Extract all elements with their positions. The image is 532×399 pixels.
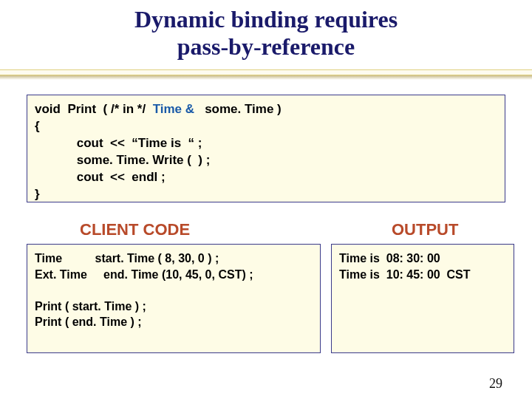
underline-shadow (0, 75, 532, 80)
client-l1: Time start. Time ( 8, 30, 0 ) ; (35, 252, 219, 265)
client-l4: Print ( start. Time ) ; (35, 300, 146, 313)
output-l2: Time is 10: 45: 00 CST (339, 268, 471, 281)
code-l1-highlight: Time & (153, 102, 194, 116)
output-label: OUTPUT (392, 220, 458, 239)
code-l4: some. Time. Write ( ) ; (35, 153, 210, 167)
code-l1b: some. Time ) (194, 102, 282, 116)
title-line-1: Dynamic binding requires (0, 6, 532, 33)
title-underline (0, 69, 532, 83)
underline-bar (0, 69, 532, 75)
page-number: 29 (489, 376, 502, 392)
client-l2: Ext. Time end. Time (10, 45, 0, CST) ; (35, 268, 253, 281)
code-l6: } (35, 187, 40, 201)
code-l3: cout << “Time is “ ; (35, 136, 202, 150)
code-l1a: void Print ( /* in */ (35, 102, 153, 116)
code-l2: { (35, 119, 40, 133)
code-box: void Print ( /* in */ Time & some. Time … (27, 95, 505, 202)
client-code-box: Time start. Time ( 8, 30, 0 ) ; Ext. Tim… (27, 244, 321, 353)
client-code-label: CLIENT CODE (80, 220, 190, 239)
title-line-2: pass-by-reference (0, 33, 532, 61)
client-l5: Print ( end. Time ) ; (35, 316, 142, 328)
output-l1: Time is 08: 30: 00 (339, 252, 440, 265)
code-l5: cout << endl ; (35, 170, 166, 184)
slide-title: Dynamic binding requires pass-by-referen… (0, 0, 532, 61)
output-box: Time is 08: 30: 00 Time is 10: 45: 00 CS… (331, 244, 514, 353)
